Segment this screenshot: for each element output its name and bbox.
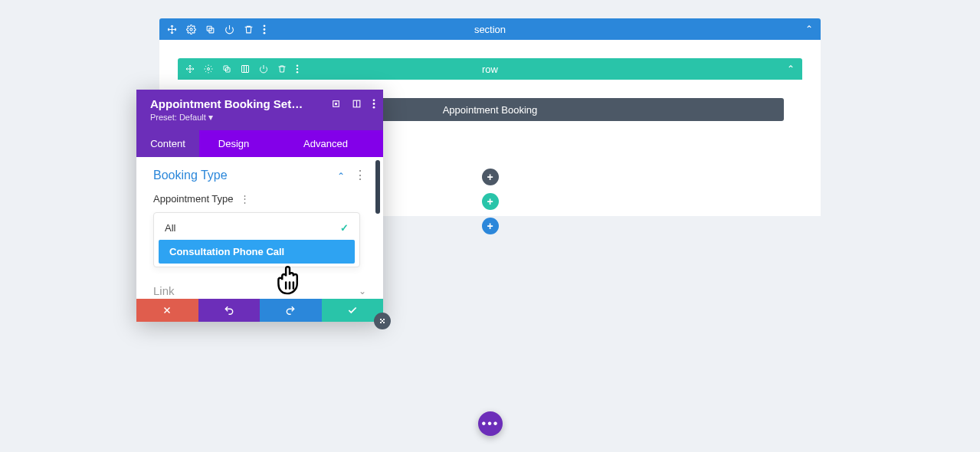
tab-content[interactable]: Content [136,130,199,157]
section-header-bar[interactable]: section ⌃ [159,18,821,40]
columns-icon[interactable] [241,64,250,74]
add-row-button[interactable]: + [482,193,499,210]
svg-point-6 [208,68,210,70]
modal-preset[interactable]: Preset: Default ▾ [150,112,372,123]
trash-icon[interactable] [277,64,287,74]
add-module-button[interactable]: + [482,169,499,185]
svg-rect-9 [242,66,249,73]
chevron-up-icon[interactable]: ⌃ [337,171,345,182]
tab-advanced[interactable]: Advanced [268,130,383,157]
svg-point-0 [190,28,192,30]
add-section-button[interactable]: + [482,218,499,234]
modal-header[interactable]: Appointment Booking Setti... Preset: Def… [136,90,383,130]
more-icon[interactable] [296,64,299,74]
module-label: Appointment Booking [443,104,538,116]
scrollbar-thumb[interactable] [375,160,380,214]
page-settings-fab[interactable]: ••• [478,411,503,436]
snap-icon[interactable] [352,99,362,109]
settings-modal: Appointment Booking Setti... Preset: Def… [136,90,383,322]
tab-design[interactable]: Design [199,130,268,157]
gear-icon[interactable] [186,25,196,34]
duplicate-icon[interactable] [205,25,215,34]
chevron-up-icon[interactable]: ⌃ [787,64,795,74]
dropdown-option-consultation[interactable]: Consultation Phone Call [159,240,355,264]
more-icon[interactable]: ⋮ [354,168,366,182]
appointment-type-dropdown[interactable]: All ✓ Consultation Phone Call [153,212,360,267]
svg-point-14 [335,103,336,104]
trash-icon[interactable] [244,25,254,34]
modal-body: Booking Type ⌃ ⋮ Appointment Type⋮ All ✓… [136,157,383,299]
group-booking-type[interactable]: Booking Type [153,169,228,182]
row-header-bar[interactable]: row ⌃ [178,58,802,80]
svg-point-11 [297,68,299,70]
svg-point-17 [373,103,375,105]
undo-button[interactable] [198,299,261,322]
more-icon[interactable] [263,25,266,34]
power-icon[interactable] [225,25,234,34]
dropdown-option-all[interactable]: All ✓ [154,216,359,240]
move-icon[interactable] [167,25,177,34]
svg-point-18 [373,106,375,109]
svg-point-4 [264,28,266,31]
modal-footer [136,299,383,322]
group-link[interactable]: Link ⌄ [153,284,366,297]
resize-handle[interactable] [374,313,391,329]
duplicate-icon[interactable] [222,64,231,74]
cancel-button[interactable] [136,299,198,322]
chevron-down-icon: ⌄ [359,286,366,296]
svg-point-16 [373,99,375,101]
fullscreen-icon[interactable] [331,99,341,109]
svg-point-5 [264,31,266,34]
power-icon[interactable] [259,64,268,74]
chevron-up-icon[interactable]: ⌃ [805,24,813,34]
check-icon: ✓ [340,222,349,234]
move-icon[interactable] [185,64,195,74]
svg-point-12 [297,71,299,74]
svg-point-3 [264,25,266,27]
modal-title: Appointment Booking Setti... [150,97,303,110]
modal-tabs: Content Design Advanced [136,130,383,157]
svg-point-10 [297,64,299,67]
field-appointment-type: Appointment Type⋮ [153,193,366,205]
redo-button[interactable] [260,299,322,322]
more-icon[interactable]: ⋮ [240,193,250,205]
more-icon[interactable] [372,99,375,109]
gear-icon[interactable] [204,64,213,74]
